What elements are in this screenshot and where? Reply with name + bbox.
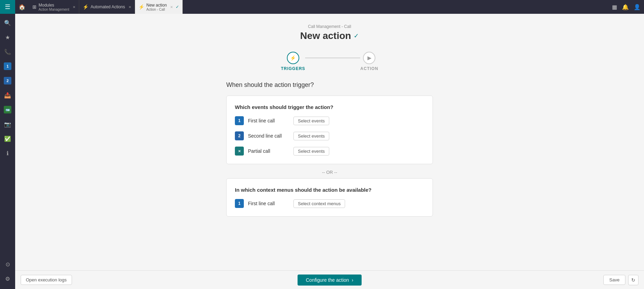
- ctx-first-line-select-button[interactable]: Select context menus: [293, 199, 345, 208]
- sidebar-item-info[interactable]: ℹ: [1, 146, 14, 160]
- first-line-icon: 1: [235, 116, 244, 125]
- camera-icon: 📷: [4, 121, 11, 128]
- partial-call-select-events-button[interactable]: Select events: [293, 147, 329, 156]
- sidebar-item-favorites[interactable]: ★: [1, 30, 14, 44]
- ctx-first-line-icon: 1: [235, 199, 244, 208]
- save-button[interactable]: Save: [603, 275, 625, 285]
- stepper: ⚡ TRIGGERS ▶ ACTION: [281, 52, 378, 71]
- home-icon: 🏠: [19, 4, 25, 10]
- sidebar-item-phone[interactable]: 📞: [1, 45, 14, 59]
- events-card: Which events should trigger the action? …: [226, 96, 433, 164]
- bell-icon[interactable]: 🔔: [622, 4, 629, 10]
- step-triggers-circle: ⚡: [287, 52, 299, 64]
- page-title-row: New action ✓: [300, 30, 359, 41]
- topbar: ☰ 🏠 ⊞ Modules Action Management ✕ ⚡ Auto…: [0, 0, 644, 14]
- context-card: In which context menus should the action…: [226, 178, 433, 217]
- event-row-partial: ✕ Partial call Select events: [235, 147, 424, 156]
- badge1-icon: 1: [4, 62, 11, 70]
- tab-automated-actions-close[interactable]: ✕: [128, 5, 131, 9]
- first-line-label: First line call: [248, 118, 289, 123]
- sidebar-item-settings[interactable]: ⚙: [1, 272, 14, 286]
- refresh-icon: ↻: [631, 277, 635, 283]
- tab-automated-actions-label: Automated Actions: [91, 4, 125, 9]
- hamburger-icon: ☰: [5, 3, 10, 11]
- sidebar-item-badge2[interactable]: 2: [1, 74, 14, 88]
- context-row-first-line: 1 First line call Select context menus: [235, 199, 424, 208]
- content-area: Call Management - Call New action ✓ ⚡ TR…: [15, 14, 644, 289]
- automated-actions-icon: ⚡: [83, 4, 89, 10]
- tab-new-action-check: ✓: [176, 4, 179, 9]
- user-icon[interactable]: 👤: [634, 4, 641, 10]
- tab-new-action-close[interactable]: ✕: [170, 5, 173, 9]
- second-line-select-events-button[interactable]: Select events: [293, 132, 329, 140]
- bottom-right: Save ↻: [603, 275, 638, 285]
- tab-new-action[interactable]: ⚡ New action Action - Call ✕ ✓: [135, 0, 183, 14]
- breadcrumb: Call Management - Call: [308, 24, 351, 29]
- bottom-bar: Open execution logs Configure the action…: [15, 270, 644, 289]
- tab-modules[interactable]: ⊞ Modules Action Management ✕: [29, 0, 79, 14]
- step-action-circle: ▶: [363, 52, 375, 64]
- step-action[interactable]: ▶ ACTION: [360, 52, 378, 71]
- sidebar: 🔍 ★ 📞 1 2 📥 🪪 📷 ✅ ℹ ⊙: [0, 14, 15, 289]
- home-button[interactable]: 🏠: [15, 4, 29, 10]
- ctx-first-line-label: First line call: [248, 201, 289, 206]
- page-content: Call Management - Call New action ✓ ⚡ TR…: [15, 14, 644, 270]
- sidebar-item-approval[interactable]: ✅: [1, 132, 14, 146]
- new-action-icon: ⚡: [138, 4, 144, 10]
- settings-icon: ⚙: [5, 276, 10, 282]
- events-card-title: Which events should trigger the action?: [235, 104, 424, 110]
- star-icon: ★: [5, 34, 10, 41]
- sidebar-bottom: ⊙ ⚙: [1, 257, 14, 289]
- tab-modules-close[interactable]: ✕: [73, 5, 75, 9]
- second-line-label: Second line call: [248, 133, 289, 139]
- configure-action-arrow: ›: [352, 277, 353, 283]
- modules-icon: ⊞: [32, 4, 37, 10]
- approval-icon: ✅: [4, 136, 11, 142]
- tab-automated-actions[interactable]: ⚡ Automated Actions ✕: [79, 0, 135, 14]
- page-title: New action: [300, 30, 351, 41]
- tab-modules-sublabel: Action Management: [39, 8, 69, 11]
- partial-call-icon: ✕: [235, 147, 244, 156]
- menu-button[interactable]: ☰: [0, 0, 15, 14]
- sidebar-item-badge-green[interactable]: 🪪: [1, 103, 14, 117]
- phone-icon: 📞: [4, 49, 11, 55]
- step-triggers[interactable]: ⚡ TRIGGERS: [281, 52, 305, 71]
- event-row-first-line: 1 First line call Select events: [235, 116, 424, 125]
- search-icon: 🔍: [4, 20, 11, 26]
- info-icon: ℹ: [7, 150, 9, 157]
- configure-action-label: Configure the action: [306, 277, 349, 283]
- verified-icon: ✓: [354, 32, 359, 40]
- step-action-label: ACTION: [360, 66, 378, 71]
- or-divider: -- OR --: [226, 170, 433, 175]
- lightning-icon: ⚡: [290, 55, 296, 61]
- sidebar-item-camera[interactable]: 📷: [1, 117, 14, 131]
- context-card-title: In which context menus should the action…: [235, 187, 424, 193]
- open-execution-logs-button[interactable]: Open execution logs: [21, 275, 72, 285]
- tab-modules-label: Modules: [39, 3, 69, 8]
- tab-new-action-sublabel: Action - Call: [146, 8, 167, 11]
- tab-bar: ⊞ Modules Action Management ✕ ⚡ Automate…: [29, 0, 612, 14]
- section-title: When should the action trigger?: [226, 81, 433, 89]
- second-line-icon: 2: [235, 131, 244, 140]
- play-icon: ▶: [367, 55, 371, 61]
- main-layout: 🔍 ★ 📞 1 2 📥 🪪 📷 ✅ ℹ ⊙: [0, 14, 644, 289]
- badge2-icon: 2: [4, 77, 11, 84]
- inbox-icon: 📥: [4, 92, 11, 99]
- step-connector: [305, 58, 360, 58]
- sidebar-item-badge1[interactable]: 1: [1, 59, 14, 73]
- configure-action-button[interactable]: Configure the action ›: [298, 275, 362, 286]
- expand-icon: ⊙: [6, 261, 10, 268]
- first-line-select-events-button[interactable]: Select events: [293, 117, 329, 125]
- sidebar-item-search[interactable]: 🔍: [1, 16, 14, 30]
- tab-new-action-label: New action: [146, 3, 167, 8]
- badge-green-icon: 🪪: [4, 106, 11, 113]
- sidebar-item-expand[interactable]: ⊙: [1, 257, 14, 271]
- event-row-second-line: 2 Second line call Select events: [235, 131, 424, 140]
- refresh-button[interactable]: ↻: [628, 275, 638, 285]
- grid-icon[interactable]: ▦: [612, 4, 617, 10]
- partial-call-label: Partial call: [248, 148, 289, 154]
- sidebar-item-inbox[interactable]: 📥: [1, 88, 14, 102]
- topbar-right: ▦ 🔔 👤: [612, 4, 644, 10]
- step-triggers-label: TRIGGERS: [281, 66, 305, 71]
